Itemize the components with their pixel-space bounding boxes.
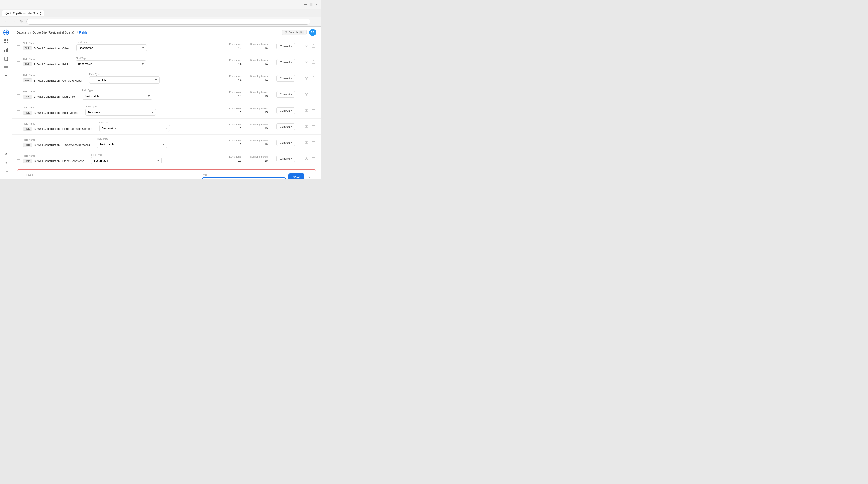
row-actions — [304, 44, 316, 49]
sidebar-icon-sparkle[interactable] — [2, 159, 10, 167]
convert-button[interactable]: Convert ▾ — [276, 123, 295, 130]
convert-button[interactable]: Convert ▾ — [276, 155, 295, 162]
delete-icon[interactable] — [311, 44, 316, 49]
field-type-select[interactable]: Best match All matches — [89, 77, 160, 84]
browser-tab[interactable]: Quote Slip (Residential Strata) — [2, 10, 44, 16]
sidebar-top — [2, 28, 10, 149]
new-field-type-label: Type — [202, 173, 286, 176]
drag-handle[interactable] — [17, 158, 20, 160]
eye-icon[interactable] — [304, 92, 309, 97]
delete-icon[interactable] — [311, 92, 316, 97]
sidebar-icon-list[interactable] — [2, 64, 10, 72]
field-type-badge: Field — [23, 46, 32, 50]
close-button[interactable]: × — [306, 174, 312, 179]
drag-handle[interactable] — [17, 77, 20, 79]
row-actions — [304, 156, 316, 161]
eye-icon[interactable] — [304, 140, 309, 145]
eye-icon[interactable] — [304, 108, 309, 113]
browser-chrome: — ⬜ ✕ Quote Slip (Residential Strata) + … — [0, 0, 320, 27]
field-type-label: Field Type — [99, 121, 170, 124]
convert-button[interactable]: Convert ▾ — [276, 59, 295, 65]
app-logo — [2, 28, 10, 36]
svg-rect-44 — [312, 93, 315, 96]
svg-point-25 — [306, 46, 307, 47]
convert-button[interactable]: Convert ▾ — [276, 107, 295, 114]
convert-button[interactable]: Convert ▾ — [276, 43, 295, 49]
field-type-badge: Field — [23, 79, 32, 82]
delete-icon[interactable] — [311, 140, 316, 145]
svg-point-55 — [306, 126, 307, 127]
convert-button[interactable]: Convert ▾ — [276, 75, 295, 82]
field-name-value: B: Wall Construction - Timber/Weatherboa… — [34, 143, 90, 147]
sidebar-icon-expand[interactable] — [2, 168, 10, 176]
save-button[interactable]: Save — [288, 173, 304, 179]
chevron-down-icon: ▾ — [291, 125, 292, 128]
field-type-select[interactable]: Best match All matches — [91, 157, 162, 164]
drag-handle[interactable] — [21, 178, 24, 179]
sidebar-icon-chart[interactable] — [2, 46, 10, 54]
chevron-down-icon: ▾ — [291, 158, 292, 160]
sidebar-icon-flag[interactable] — [2, 73, 10, 81]
tab-label: Quote Slip (Residential Strata) — [5, 12, 41, 15]
table-row: Field Name Field B: Wall Construction - … — [12, 103, 320, 119]
maximize-button[interactable]: ⬜ — [309, 3, 313, 6]
drag-handle[interactable] — [17, 110, 20, 112]
field-type-select[interactable]: Best match All matches — [82, 92, 152, 99]
convert-button[interactable]: Convert ▾ — [276, 140, 295, 146]
delete-icon[interactable] — [311, 59, 316, 65]
eye-icon[interactable] — [304, 124, 309, 129]
field-type-select[interactable]: Best match All matches — [76, 60, 146, 67]
breadcrumb-sep2: / — [77, 31, 78, 34]
eye-icon[interactable] — [304, 44, 309, 49]
drag-handle[interactable] — [17, 45, 20, 47]
svg-point-22 — [285, 31, 287, 33]
eye-icon[interactable] — [304, 76, 309, 81]
new-tab-button[interactable]: + — [45, 10, 51, 16]
sidebar-icon-grid[interactable] — [2, 37, 10, 45]
field-type-select[interactable]: Best match All matches — [76, 44, 147, 51]
refresh-button[interactable]: ↻ — [19, 19, 25, 25]
delete-icon[interactable] — [311, 124, 316, 129]
field-type-select[interactable]: Best match All matches — [86, 109, 156, 116]
table-row: Field Name Field B: Wall Construction - … — [12, 135, 320, 151]
back-button[interactable]: ← — [3, 19, 9, 25]
sidebar-icon-settings[interactable] — [2, 150, 10, 158]
forward-button[interactable]: → — [10, 19, 17, 25]
new-field-type-select[interactable]: Best match All matches — [202, 177, 286, 179]
close-button[interactable]: ✕ — [314, 3, 318, 6]
svg-point-49 — [306, 110, 307, 111]
new-field-name-input[interactable] — [38, 177, 199, 179]
table-row: Field Name Field B: Wall Construction - … — [12, 38, 320, 54]
eye-icon[interactable] — [304, 156, 309, 161]
table-row: Field Name Field B: Wall Construction - … — [12, 119, 320, 135]
field-name-label: Field Name — [23, 74, 82, 77]
minimize-button[interactable]: — — [304, 3, 307, 6]
svg-rect-68 — [312, 158, 315, 160]
nav-menu-button[interactable]: ⋮ — [312, 19, 318, 25]
new-field-content: Name Field Type Best match — [21, 173, 312, 179]
breadcrumb-fields: Fields — [79, 31, 87, 34]
fields-list: Field Name Field B: Wall Construction - … — [12, 38, 320, 179]
field-type-select[interactable]: Best match All matches — [97, 141, 167, 148]
breadcrumb-dataset-name[interactable]: Quote Slip (Residential Strata) ▾ — [32, 31, 75, 34]
field-type-select[interactable]: Best match All matches — [99, 125, 170, 132]
delete-icon[interactable] — [311, 76, 316, 81]
app-wrapper: Datasets / Quote Slip (Residential Strat… — [0, 27, 320, 179]
sidebar-icon-document[interactable] — [2, 55, 10, 63]
table-row: Field Name Field B: Wall Construction - … — [12, 70, 320, 86]
drag-handle[interactable] — [17, 93, 20, 95]
drag-handle[interactable] — [17, 125, 20, 127]
svg-rect-38 — [312, 77, 315, 80]
row-actions — [304, 59, 316, 65]
bounding-boxes-stat: Bounding boxes 16 — [250, 43, 268, 50]
convert-button[interactable]: Convert ▾ — [276, 91, 295, 97]
delete-icon[interactable] — [311, 108, 316, 113]
drag-handle[interactable] — [17, 61, 20, 63]
delete-icon[interactable] — [311, 156, 316, 161]
address-bar[interactable] — [26, 19, 310, 25]
breadcrumb-datasets[interactable]: Datasets — [17, 31, 29, 34]
drag-handle[interactable] — [17, 142, 20, 144]
eye-icon[interactable] — [304, 59, 309, 65]
search-box[interactable]: Search ⌘/ — [282, 30, 307, 35]
avatar[interactable]: BB — [309, 29, 316, 36]
